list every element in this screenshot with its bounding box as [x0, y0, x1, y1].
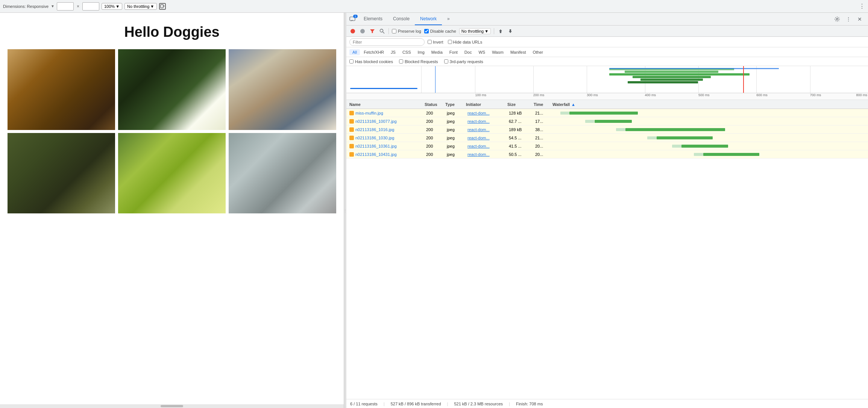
svg-point-2	[836, 18, 838, 20]
filter-img[interactable]: Img	[415, 49, 428, 55]
dimension-cross: ×	[76, 4, 80, 9]
row-waterfall-5	[554, 152, 865, 157]
tab-network[interactable]: Network	[415, 13, 442, 25]
filter-media[interactable]: Media	[428, 49, 446, 55]
chat-button[interactable]: 1	[346, 14, 358, 24]
dog-grid	[8, 49, 336, 213]
more-options-button[interactable]: ⋮	[859, 3, 865, 10]
filter-manifest[interactable]: Manifest	[507, 49, 529, 55]
filter-icon[interactable]	[369, 28, 376, 35]
invert-checkbox[interactable]: Invert	[428, 40, 443, 44]
sep-1: |	[384, 402, 385, 406]
toolbar-separator-2	[494, 28, 494, 34]
row-waterfall-2	[554, 127, 865, 132]
tab-console[interactable]: Console	[388, 13, 415, 25]
table-row[interactable]: n02113186_1030.jpg 200 jpeg react-dom...…	[346, 134, 868, 142]
disable-cache-checkbox[interactable]: Disable cache	[424, 29, 456, 33]
dog-image-5	[118, 133, 226, 214]
filter-doc[interactable]: Doc	[461, 49, 475, 55]
row-waterfall-3	[554, 135, 865, 141]
row-time-2: 38...	[535, 127, 554, 132]
table-row[interactable]: n02113186_1016.jpg 200 jpeg react-dom...…	[346, 125, 868, 134]
table-row[interactable]: miss-muffin.jpg 200 jpeg react-dom... 12…	[346, 109, 868, 117]
filter-css[interactable]: CSS	[399, 49, 414, 55]
waterfall-sort-icon: ▲	[571, 102, 575, 107]
height-input[interactable]: 465	[82, 2, 99, 11]
search-icon[interactable]	[379, 28, 385, 35]
row-time-1: 17...	[535, 119, 554, 124]
close-devtools-icon[interactable]: ✕	[854, 14, 865, 24]
rotate-button[interactable]	[159, 3, 166, 10]
third-party-check[interactable]: 3rd-party requests	[444, 59, 483, 64]
top-toolbar: Dimensions: Responsive ▼ 644 × 465 100% …	[0, 0, 868, 13]
filter-js[interactable]: JS	[388, 49, 399, 55]
table-row[interactable]: n02113186_10361.jpg 200 jpeg react-dom..…	[346, 142, 868, 150]
preserve-log-checkbox[interactable]: Preserve log	[392, 29, 421, 33]
row-icon-5	[349, 152, 354, 157]
status-transferred: 527 kB / 896 kB transferred	[391, 402, 441, 406]
col-header-waterfall[interactable]: Waterfall ▲	[552, 102, 865, 107]
row-type-1: jpeg	[447, 119, 467, 124]
svg-line-5	[383, 32, 384, 33]
blocked-requests-check[interactable]: Blocked Requests	[399, 59, 438, 64]
filter-wasm[interactable]: Wasm	[489, 49, 507, 55]
clear-button[interactable]	[359, 28, 366, 35]
status-requests: 6 / 11 requests	[350, 402, 378, 406]
col-header-initiator[interactable]: Initiator	[466, 102, 507, 107]
settings-icon[interactable]	[832, 14, 842, 24]
filter-other[interactable]: Other	[530, 49, 546, 55]
has-blocked-cookies-check[interactable]: Has blocked cookies	[349, 59, 393, 64]
row-initiator-3: react-dom...	[467, 136, 509, 140]
svg-marker-6	[499, 29, 502, 33]
row-time-5: 20...	[535, 152, 554, 157]
col-header-time[interactable]: Time	[534, 102, 552, 107]
upload-icon[interactable]	[497, 28, 504, 35]
zoom-chevron-icon: ▼	[115, 4, 120, 9]
chevron-icon: ▼	[51, 4, 55, 8]
dog-image-6	[229, 133, 336, 214]
col-header-type[interactable]: Type	[445, 102, 466, 107]
throttle-button[interactable]: No throttling ▼	[124, 3, 157, 10]
svg-marker-7	[509, 29, 512, 33]
hide-data-urls-checkbox[interactable]: Hide data URLs	[448, 40, 483, 44]
chat-badge: 1	[353, 15, 358, 18]
dog-image-1	[8, 49, 115, 130]
row-icon-4	[349, 144, 354, 148]
download-icon[interactable]	[507, 28, 514, 35]
throttle-select[interactable]: No throttling ▼	[459, 28, 491, 34]
tab-elements[interactable]: Elements	[358, 13, 388, 25]
row-type-0: jpeg	[447, 111, 467, 115]
table-row[interactable]: n02113186_10077.jpg 200 jpeg react-dom..…	[346, 117, 868, 125]
row-size-5: 50.5 ...	[509, 152, 535, 157]
record-button[interactable]	[349, 28, 356, 35]
zoom-button[interactable]: 100% ▼	[102, 3, 122, 10]
dimensions-label: Dimensions: Responsive	[3, 4, 49, 9]
col-header-size[interactable]: Size	[507, 102, 534, 107]
row-time-4: 20...	[535, 144, 554, 148]
filter-font[interactable]: Font	[446, 49, 461, 55]
filter-input[interactable]	[349, 38, 425, 46]
table-header: Name Status Type Initiator Size Time Wat…	[346, 100, 868, 109]
row-initiator-1: react-dom...	[467, 119, 509, 124]
table-row[interactable]: n02113186_10431.jpg 200 jpeg react-dom..…	[346, 150, 868, 159]
row-size-3: 54.5 ...	[509, 136, 535, 140]
tab-more[interactable]: »	[442, 13, 455, 25]
page-scrollbar[interactable]	[0, 404, 344, 408]
row-initiator-4: react-dom...	[467, 144, 509, 148]
status-bar: 6 / 11 requests | 527 kB / 896 kB transf…	[346, 399, 868, 408]
row-name-1: n02113186_10077.jpg	[355, 119, 426, 124]
scrollbar-thumb[interactable]	[161, 405, 183, 407]
throttle-select-chevron: ▼	[484, 29, 489, 33]
col-header-status[interactable]: Status	[425, 102, 445, 107]
row-name-3: n02113186_1030.jpg	[355, 136, 426, 140]
filter-options: Invert Hide data URLs	[428, 40, 482, 44]
more-options-devtools-icon[interactable]: ⋮	[843, 14, 854, 24]
filter-ws[interactable]: WS	[475, 49, 488, 55]
width-input[interactable]: 644	[57, 2, 74, 11]
col-header-name[interactable]: Name	[349, 102, 425, 107]
row-time-3: 21...	[535, 136, 554, 140]
filter-all[interactable]: All	[349, 49, 360, 55]
filter-fetch-xhr[interactable]: Fetch/XHR	[361, 49, 387, 55]
row-status-3: 200	[426, 136, 447, 140]
row-size-2: 189 kB	[509, 127, 535, 132]
